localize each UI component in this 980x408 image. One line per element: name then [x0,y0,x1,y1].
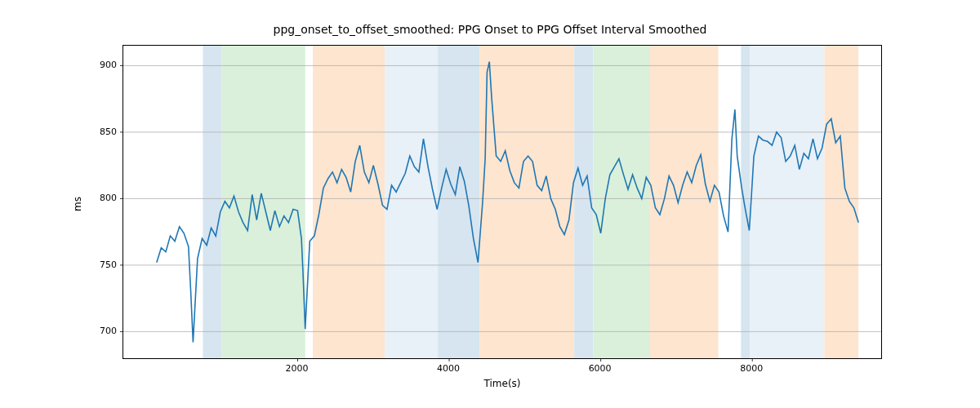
x-tick-label: 4000 [437,363,460,374]
x-tick-label: 8000 [740,363,763,374]
region-band [479,46,574,358]
region-band [385,46,438,358]
y-axis-label: ms [72,197,83,211]
x-tick-label: 2000 [285,363,308,374]
axes [122,45,882,359]
chart-title: ppg_onset_to_offset_smoothed: PPG Onset … [0,23,980,36]
y-tick-label: 700 [100,326,117,336]
region-band [824,46,858,358]
region-band [750,46,824,358]
y-tick-label: 900 [100,60,117,70]
region-band [650,46,719,358]
x-tick-label: 6000 [589,363,612,374]
region-band [203,46,221,358]
region-band [593,46,650,358]
y-tick-label: 800 [100,193,117,203]
region-band [313,46,385,358]
figure: ppg_onset_to_offset_smoothed: PPG Onset … [0,0,980,408]
y-tick-label: 750 [100,259,117,269]
y-tick-label: 850 [100,126,117,136]
region-band [741,46,750,358]
x-axis-label: Time(s) [484,378,521,389]
plot-svg [123,46,881,358]
region-band [438,46,479,358]
